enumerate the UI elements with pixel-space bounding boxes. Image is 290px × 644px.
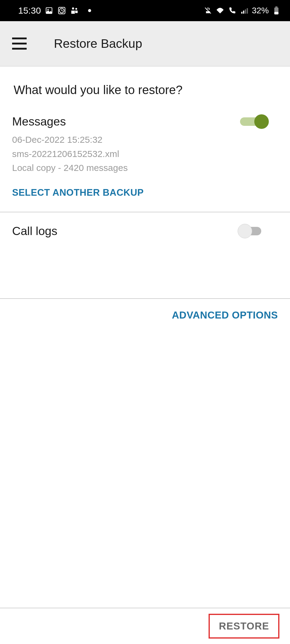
messages-summary: Local copy - 2420 messages xyxy=(12,161,278,175)
clock-notification-icon xyxy=(57,6,66,15)
signal-icon xyxy=(240,6,249,15)
select-another-backup-button[interactable]: SELECT ANOTHER BACKUP xyxy=(12,187,278,212)
wifi-icon xyxy=(216,6,225,15)
battery-icon xyxy=(272,6,281,15)
messages-date: 06-Dec-2022 15:25:32 xyxy=(12,133,278,147)
svg-rect-6 xyxy=(241,12,242,14)
app-bar: Restore Backup xyxy=(0,21,290,67)
teams-icon xyxy=(70,6,79,15)
restore-button[interactable]: RESTORE xyxy=(209,614,279,639)
prompt-text: What would you like to restore? xyxy=(0,67,290,112)
call-logs-toggle[interactable] xyxy=(240,225,266,237)
status-left: 15:30 xyxy=(18,5,91,16)
advanced-options-row: ADVANCED OPTIONS xyxy=(0,299,290,332)
content: What would you like to restore? Messages… xyxy=(0,67,290,332)
svg-rect-12 xyxy=(274,12,278,15)
battery-percent: 32% xyxy=(252,6,269,15)
status-time: 15:30 xyxy=(18,5,41,16)
vibrate-icon xyxy=(203,6,213,15)
messages-header: Messages xyxy=(12,112,278,128)
messages-filename: sms-20221206152532.xml xyxy=(12,147,278,161)
svg-point-5 xyxy=(75,8,77,10)
picture-icon xyxy=(44,6,54,15)
more-notifications-icon xyxy=(88,9,91,12)
call-logs-title: Call logs xyxy=(12,224,58,238)
status-right: 32% xyxy=(203,6,281,15)
messages-section: Messages 06-Dec-2022 15:25:32 sms-202212… xyxy=(0,112,290,212)
svg-point-4 xyxy=(72,8,74,10)
wifi-calling-icon xyxy=(228,6,237,15)
status-bar: 15:30 32% xyxy=(0,0,290,21)
advanced-options-button[interactable]: ADVANCED OPTIONS xyxy=(172,309,278,321)
messages-title: Messages xyxy=(12,115,66,128)
svg-rect-9 xyxy=(247,8,248,14)
svg-rect-8 xyxy=(245,9,246,14)
messages-details: 06-Dec-2022 15:25:32 sms-20221206152532.… xyxy=(12,133,278,175)
bottom-bar: RESTORE xyxy=(0,608,290,644)
page-title: Restore Backup xyxy=(54,37,142,51)
messages-toggle[interactable] xyxy=(240,115,266,128)
svg-rect-7 xyxy=(243,11,244,14)
svg-rect-10 xyxy=(275,6,278,7)
menu-icon[interactable] xyxy=(12,38,27,50)
svg-point-1 xyxy=(48,9,49,10)
call-logs-section: Call logs xyxy=(0,212,290,298)
